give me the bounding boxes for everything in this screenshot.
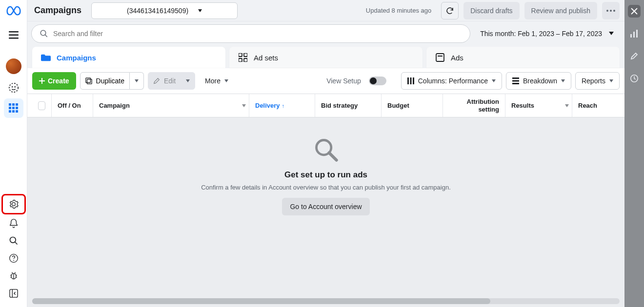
empty-subtitle: Confirm a few details in Account overvie… [201,184,451,191]
table-header-row: Off / On Campaign Delivery↑ Bid strategy… [27,94,624,117]
column-campaign[interactable]: Campaign [93,94,249,117]
svg-line-31 [45,35,47,37]
svg-point-29 [613,10,615,12]
account-selector[interactable]: (344613416149509) [91,2,238,19]
history-icon[interactable] [628,72,641,85]
pencil-icon [153,77,160,84]
reports-label: Reports [582,77,605,85]
menu-icon[interactable] [4,25,23,45]
svg-line-24 [16,277,17,278]
empty-state: Get set up to run ads Confirm a few deta… [27,117,624,307]
caret-down-icon [186,79,190,82]
reports-button[interactable]: Reports [575,72,620,90]
caret-down-icon [198,9,202,12]
columns-label: Columns: Performance [418,77,488,85]
discard-drafts-button[interactable]: Discard drafts [463,2,519,19]
edit-button[interactable]: Edit [148,72,181,90]
select-all-cell [32,94,52,117]
primary-header: Campaigns (344613416149509) Updated 8 mi… [27,0,624,21]
horizontal-scrollbar[interactable] [32,298,620,304]
svg-rect-12 [9,110,11,113]
svg-rect-43 [407,77,409,84]
breakdown-icon [512,77,519,84]
folder-icon [41,53,51,62]
page-title: Campaigns [34,5,81,16]
create-button[interactable]: Create [32,72,76,90]
svg-rect-9 [9,107,11,109]
user-avatar[interactable] [6,58,21,74]
review-publish-button[interactable]: Review and publish [524,2,597,19]
select-all-checkbox[interactable] [38,101,45,110]
main-content: Campaigns (344613416149509) Updated 8 mi… [27,0,624,307]
svg-rect-54 [633,32,635,38]
caret-down-icon [609,79,613,82]
columns-icon [407,77,414,84]
svg-line-21 [10,275,11,275]
svg-rect-48 [512,83,519,84]
svg-rect-46 [512,77,519,79]
search-input-field[interactable] [53,30,462,38]
column-delivery[interactable]: Delivery↑ [249,94,315,117]
tab-ad-sets[interactable]: Ad sets [229,47,423,68]
right-panel-rail [624,0,644,307]
svg-rect-14 [16,110,18,113]
svg-rect-36 [244,58,247,62]
scrollbar-thumb[interactable] [32,298,490,304]
svg-rect-11 [16,107,18,109]
svg-rect-34 [244,53,247,57]
columns-button[interactable]: Columns: Performance [401,72,502,90]
collapse-icon[interactable] [4,285,23,302]
notifications-icon[interactable] [4,214,23,232]
left-nav-rail [0,0,27,307]
refresh-button[interactable] [441,2,459,19]
svg-point-5 [14,86,16,88]
settings-icon[interactable] [1,194,26,214]
svg-rect-42 [85,78,90,83]
caret-down-icon [224,79,228,82]
svg-point-18 [13,260,14,261]
column-attribution[interactable]: Attribution setting [443,94,505,117]
meta-logo[interactable] [6,6,21,16]
view-setup-toggle[interactable] [369,77,386,85]
tab-campaigns[interactable]: Campaigns [32,47,225,68]
breakdown-button[interactable]: Breakdown [506,72,571,90]
account-id-label: (344613416149509) [127,7,188,15]
date-range-selector[interactable]: This month: Feb 1, 2023 – Feb 17, 2023 [474,24,620,43]
more-menu-button[interactable] [602,2,620,19]
close-panel-button[interactable] [628,5,641,18]
svg-point-27 [606,10,608,12]
duplicate-dropdown[interactable] [130,72,144,90]
svg-rect-32 [43,58,46,59]
caret-down-icon [135,79,139,82]
edit-dropdown[interactable] [181,72,195,90]
view-setup-label: View Setup [326,77,361,85]
svg-rect-40 [39,80,45,81]
more-label: More [205,77,221,85]
breakdown-label: Breakdown [523,77,557,85]
search-nav-icon[interactable] [4,232,23,249]
help-icon[interactable] [4,249,23,267]
duplicate-button[interactable]: Duplicate [80,72,130,90]
tab-label: Campaigns [57,54,96,62]
plus-icon [39,78,45,84]
campaigns-nav-icon[interactable] [4,98,23,118]
caret-down-icon [609,32,614,35]
column-bid-strategy[interactable]: Bid strategy [315,94,382,117]
bug-icon[interactable] [4,267,23,285]
overview-icon[interactable] [4,78,23,97]
sort-ascending-icon: ↑ [282,103,285,109]
edit-panel-icon[interactable] [628,50,641,62]
column-onoff[interactable]: Off / On [52,94,93,117]
more-button[interactable]: More [199,72,234,90]
column-reach[interactable]: Reach [572,94,624,117]
create-label: Create [48,77,69,85]
svg-line-50 [329,153,337,160]
column-budget[interactable]: Budget [382,94,443,117]
search-filter-input[interactable] [31,24,470,43]
sort-caret-icon [565,104,569,107]
level-tabs: Campaigns Ad sets Ads [27,45,624,68]
tab-ads[interactable]: Ads [426,47,620,68]
charts-icon[interactable] [628,27,641,40]
column-results[interactable]: Results [505,94,572,117]
go-to-overview-button[interactable]: Go to Account overview [282,198,369,215]
